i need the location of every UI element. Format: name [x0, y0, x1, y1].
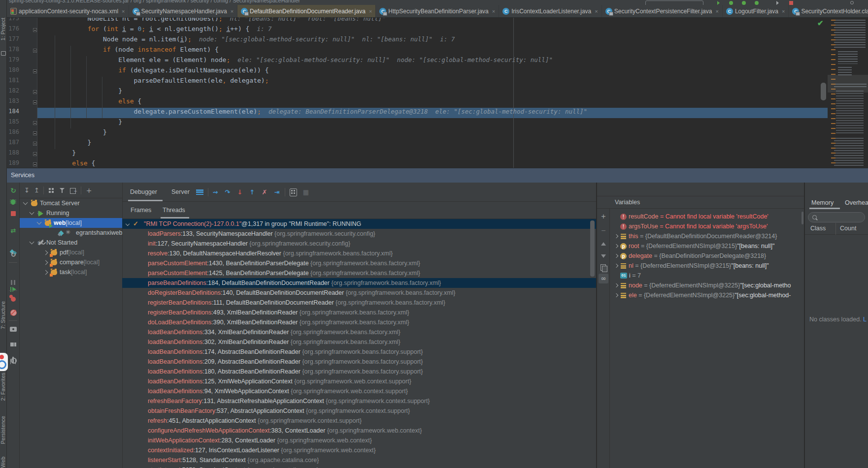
fold-marker-icon[interactable] [33, 152, 37, 156]
fold-marker-icon[interactable] [33, 69, 37, 73]
stack-frame-row[interactable]: loadBeanDefinitions:334, XmlBeanDefiniti… [122, 327, 596, 337]
stack-frame-row[interactable]: refresh:451, AbstractApplicationContext … [122, 416, 596, 426]
code-line[interactable]: for (int i = 0; i < nl.getLength(); i++)… [57, 25, 587, 35]
layout-settings-button[interactable] [9, 340, 18, 349]
stack-frame-row[interactable]: configureAndRefreshWebApplicationContext… [122, 426, 596, 436]
run-button-icon[interactable] [717, 1, 720, 5]
code-line[interactable]: if (node instanceof Element) { [57, 46, 587, 56]
code-line[interactable]: } [57, 139, 587, 149]
toolwindow-favorites[interactable]: 2: Favorites [0, 373, 6, 401]
stack-frame-row[interactable]: loadBeanDefinitions:302, XmlBeanDefiniti… [122, 337, 596, 347]
stack-frame-row[interactable]: obtainFreshBeanFactory:537, AbstractAppl… [122, 406, 596, 416]
show-execution-point-icon[interactable]: ⇝ [211, 188, 220, 196]
frames-scrollbar[interactable] [590, 220, 595, 277]
tree-row[interactable]: ✳ Running [20, 208, 122, 218]
chevron-icon[interactable] [613, 212, 619, 221]
editor-tab[interactable]: applicationContext-security-nocas.xml × [7, 5, 129, 17]
run-config-combo[interactable] [645, 0, 703, 5]
stack-frame-row[interactable]: listenerStart:5128, StandardContext {org… [122, 455, 596, 465]
services-panel-header[interactable]: Services [7, 168, 868, 183]
restore-layout-icon[interactable] [196, 189, 203, 195]
stack-frame-row[interactable]: parseBeanDefinitions:184, DefaultBeanDef… [122, 278, 596, 288]
add-frame-button[interactable] [69, 187, 77, 194]
column-class[interactable]: Class [810, 225, 826, 232]
editor-scrollbar[interactable] [821, 83, 826, 100]
editor-tab[interactable]: LogoutFilter.java × [723, 5, 789, 17]
code-line[interactable]: Element ele = (Element) node; ele: "[sec… [57, 56, 587, 66]
line-number[interactable]: 187 [7, 139, 37, 149]
tree-row[interactable]: ✳ task [local] [20, 267, 122, 277]
chevron-icon[interactable] [613, 271, 619, 281]
close-tab-icon[interactable]: × [595, 8, 598, 14]
line-number[interactable]: 181 [7, 77, 37, 87]
chevron-icon[interactable] [40, 267, 50, 277]
fold-marker-icon[interactable] [33, 131, 37, 135]
stack-frame-row[interactable]: contextInitialized:127, IrisContextLoade… [122, 445, 596, 455]
close-tab-icon[interactable]: × [492, 8, 495, 14]
chevron-icon[interactable] [613, 281, 619, 290]
stack-frame-row[interactable]: parseCustomElement:1425, BeanDefinitionP… [122, 268, 596, 278]
duplicate-watch-button[interactable] [599, 262, 608, 272]
line-number[interactable]: 177 [7, 35, 37, 46]
chevron-down-icon[interactable] [126, 222, 130, 226]
line-number[interactable]: 184 [7, 108, 37, 118]
fold-marker-icon[interactable] [33, 121, 37, 125]
tab-threads[interactable]: Threads [163, 207, 185, 214]
stack-frame-row[interactable]: loadBeanDefinitions:174, AbstractBeanDef… [122, 347, 596, 357]
settings-gear-button[interactable] [9, 356, 18, 365]
stack-frame-row[interactable]: init:127, SecurityNamespaceHandler {org.… [122, 239, 596, 249]
debug-server-button[interactable] [9, 198, 18, 207]
floating-app-icon[interactable] [0, 353, 8, 371]
stack-frame-row[interactable]: refreshBeanFactory:131, AbstractRefresha… [122, 396, 596, 406]
inspection-ok-icon[interactable]: ✔ [817, 19, 824, 28]
code-line[interactable]: NodeList nl = root.getChildNodes(); nl: … [57, 18, 587, 25]
editor-tab[interactable]: DefaultBeanDefinitionDocumentReader.java… [237, 5, 376, 17]
evaluate-expression-icon[interactable] [289, 188, 298, 196]
chevron-icon[interactable] [34, 218, 44, 228]
toolwindow-web[interactable]: Web [0, 457, 6, 468]
chevron-icon[interactable] [613, 241, 619, 251]
tab-memory[interactable]: Memory [811, 199, 834, 206]
variable-row[interactable]: resultCode = Cannot find local variable … [610, 212, 804, 221]
toolwindow-project[interactable]: 1: Project [0, 18, 6, 40]
stack-frame-row[interactable]: parseCustomElement:1430, BeanDefinitionP… [122, 258, 596, 268]
code-editor[interactable]: 1751761771781791801811821831841851861871… [7, 18, 868, 168]
fold-marker-icon[interactable] [33, 142, 37, 146]
chevron-icon[interactable] [613, 221, 619, 231]
line-number[interactable]: 183 [7, 97, 37, 108]
variable-row[interactable]: node = {DeferredElementNSImpl@3225} "[se… [610, 281, 804, 290]
move-up-button[interactable] [599, 239, 608, 249]
show-watches-toggle[interactable] [599, 274, 608, 283]
line-number[interactable]: 180 [7, 66, 37, 77]
toolwindow-structure[interactable]: 7: Structure [0, 301, 6, 329]
tree-row[interactable]: ✳ Not Started [20, 238, 122, 248]
close-tab-icon[interactable]: × [715, 8, 718, 14]
fold-marker-icon[interactable] [33, 49, 37, 53]
variable-row[interactable]: delegate = {BeanDefinitionParserDelegate… [610, 251, 804, 261]
code-minimap[interactable] [831, 18, 868, 168]
drop-frame-icon[interactable]: ✗ [260, 188, 269, 196]
chevron-icon[interactable] [613, 231, 619, 241]
editor-tab[interactable]: IrisContextLoaderListener.java × [499, 5, 602, 17]
memory-search-input[interactable] [808, 212, 865, 222]
code-line[interactable]: } [57, 128, 587, 139]
fold-marker-icon[interactable] [33, 100, 37, 104]
chevron-icon[interactable] [48, 228, 58, 238]
line-number[interactable]: 178 [7, 46, 37, 56]
code-line[interactable]: delegate.parseCustomElement(ele); delega… [57, 108, 587, 118]
load-classes-link[interactable]: L [863, 316, 867, 323]
tab-debugger[interactable]: Debugger [130, 188, 157, 195]
variable-row[interactable]: ele = {DeferredElementNSImpl@3225} "[sec… [610, 290, 804, 300]
coverage-button-icon[interactable] [742, 1, 746, 5]
toolwindow-persistence[interactable]: Persistence [0, 416, 6, 444]
collapse-all-button[interactable] [33, 187, 41, 194]
line-number[interactable]: 175 [7, 18, 37, 25]
move-down-button[interactable] [599, 251, 608, 261]
stop-server-button[interactable] [9, 209, 18, 218]
chevron-icon[interactable] [613, 261, 619, 271]
step-into-icon[interactable]: ↓ [235, 188, 244, 196]
remove-watch-button[interactable]: − [599, 226, 608, 236]
breadcrumb[interactable]: spring-security-config-3.1.0.RELEASE-sou… [9, 0, 300, 3]
line-number[interactable]: 186 [7, 128, 37, 139]
run-anything-icon[interactable] [776, 1, 779, 5]
